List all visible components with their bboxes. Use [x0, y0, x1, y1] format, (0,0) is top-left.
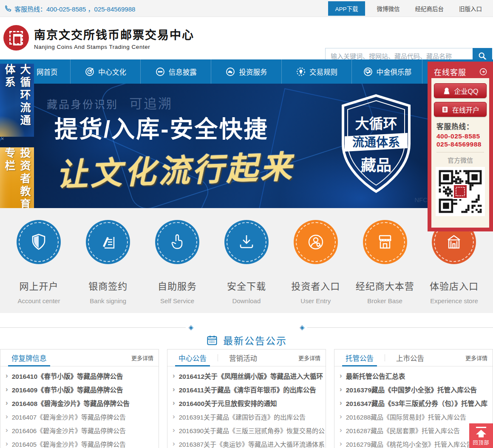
site-logo[interactable]: 南京文交所钱币邮票交易中心 Nanjing Coins And Stamps T…: [3, 25, 194, 51]
quicklink-user-entry[interactable]: 投资者入口 User Entry: [284, 220, 348, 313]
side-banner-circulation[interactable]: 大循环流通体系: [0, 64, 34, 137]
lightbulb-icon: [296, 67, 306, 77]
shield-line2: 流通体系: [352, 136, 400, 149]
announcement-item[interactable]: ›2016409《春节小版》等藏品停牌公告: [0, 383, 159, 396]
hero-calligraphy: 让文化流行起来: [55, 141, 295, 194]
open-account-button-label: 在线开户: [452, 104, 479, 115]
storefront-icon: [363, 220, 407, 264]
download-icon: [224, 220, 269, 264]
top-links: APP下载 微博微信 经纪商后台 旧版入口: [328, 0, 490, 17]
announcement-item[interactable]: ›2016407《碧海金沙片》等藏品停牌公告: [0, 410, 159, 423]
diamond-ornament-icon: ◈: [186, 326, 196, 329]
announcement-item[interactable]: ›2016288藏品《国际贸易封》托管入库公告: [334, 410, 493, 423]
announcement-item[interactable]: ›2016405《碧海金沙片》等藏品停牌公告: [0, 437, 159, 448]
hero-banner[interactable]: 藏品身份识别可追溯 提货/入库-安全快捷 让文化流行起来 NFC NFC电子防伪…: [0, 84, 493, 208]
target-icon: [85, 67, 95, 77]
back-to-top-button[interactable]: 回顶部: [469, 423, 493, 448]
contract-icon: [86, 220, 130, 264]
shield-emblem: 大循环 流通体系 藏品: [338, 92, 414, 196]
panel-center-announcements: 中心公告 营销活动 更多详情 ›2016412关于《凤翔丝绸小版》等藏品进入大循…: [167, 349, 326, 448]
announcement-item[interactable]: ›2016387关于《奥运钞》等藏品进入大循环流通体系: [167, 437, 326, 448]
quicklink-self-service[interactable]: 自助服务 Self Service: [145, 220, 209, 313]
service-phone-2: 025-84569988: [436, 140, 489, 148]
nav-trading-rules-label: 交易规则: [309, 67, 337, 77]
nav-invest-service-label: 投资服务: [239, 67, 267, 77]
user-badge-icon: [294, 220, 338, 264]
nav-home-label: 网首页: [37, 67, 58, 77]
quick-links: 网上开户 Account center 银商签约 Bank signing 自助…: [0, 208, 493, 313]
tab-marketing-activities[interactable]: 营销活动: [218, 349, 268, 366]
handshake-icon: [225, 67, 235, 77]
announcement-item[interactable]: ›最新托管公告汇总表: [334, 369, 493, 383]
quicklink-download[interactable]: 安全下载 Download: [215, 220, 278, 313]
announcements-heading-text: 最新公告公示: [223, 333, 287, 347]
shield-icon: [17, 220, 61, 264]
side-banner-circulation-text: 大循环流通体系: [2, 64, 32, 137]
announcement-item[interactable]: ›2016406《碧海金沙片》等藏品停牌公告: [0, 423, 159, 437]
up-arrow-icon: [469, 427, 493, 437]
hand-pointer-icon: [155, 220, 199, 264]
diamond-ornament-icon: ◈: [297, 326, 307, 329]
collapse-arrow-icon[interactable]: [479, 68, 487, 76]
quicklink-broker-base[interactable]: 经纪商大本营 Broker Base: [353, 220, 417, 313]
online-service-title: 在线客服: [434, 66, 466, 77]
nav-cgs-club-label: 中金俱乐部: [377, 67, 412, 77]
nav-trading-rules[interactable]: 交易规则: [282, 59, 352, 84]
qq-penguin-icon: [442, 87, 451, 95]
calendar-icon: [206, 334, 218, 346]
announcement-item[interactable]: ›2016390关于藏品《三版三冠贰角券》恢复交易的公: [167, 423, 326, 437]
nav-center-culture[interactable]: 中心文化: [71, 59, 141, 84]
nav-invest-service[interactable]: 投资服务: [211, 59, 282, 84]
back-to-top-label: 回顶部: [469, 439, 493, 446]
site-header: 南京文交所钱币邮票交易中心 Nanjing Coins And Stamps T…: [0, 17, 493, 59]
shield-line3: 藏品: [361, 157, 391, 174]
nav-center-culture-label: 中心文化: [98, 67, 126, 77]
announcement-item[interactable]: ›2016408《碧海金沙片》等藏品停牌公告: [0, 396, 159, 410]
more-details-link[interactable]: 更多详情: [298, 354, 326, 362]
logo-title-en: Nanjing Coins And Stamps Trading Center: [34, 44, 194, 50]
tab-listing-announcements[interactable]: 上市公告: [385, 349, 435, 366]
logo-stamp-icon: [3, 25, 29, 51]
announcement-item[interactable]: ›2016400关于元旦放假安排的通知: [167, 396, 326, 410]
qq-button-label: 企业QQ: [454, 86, 479, 96]
top-bar: 客服热线：400-025-8585 ，025-84569988 APP下载 微博…: [0, 0, 493, 17]
announcement-item[interactable]: ›2016410《春节小版》等藏品停牌公告: [0, 369, 159, 383]
tab-center-announcements[interactable]: 中心公告: [167, 349, 218, 366]
open-account-button[interactable]: 在线开户: [434, 102, 487, 117]
toplink-app-download[interactable]: APP下载: [328, 1, 365, 16]
announcement-item[interactable]: ›2016412关于《凤翔丝绸小版》等藏品进入大循环: [167, 369, 326, 383]
quicklink-experience-store[interactable]: 体验店入口 Experience store: [422, 220, 486, 313]
service-phone-1: 400-025-8585: [436, 132, 489, 140]
quicklink-account-center[interactable]: 网上开户 Account center: [7, 220, 71, 313]
announcement-item[interactable]: ›2016411关于藏品《清华百年银币》的出库公告: [167, 383, 326, 396]
shield-line1: 大循环: [355, 116, 397, 132]
nav-info-disclosure[interactable]: 信息披露: [141, 59, 211, 84]
toplink-broker-backend[interactable]: 经纪商后台: [408, 4, 452, 13]
toplink-old-version[interactable]: 旧版入口: [451, 4, 490, 13]
more-details-link[interactable]: 更多详情: [131, 354, 159, 362]
panel-suspension-info: 停复牌信息 更多详情 ›2016410《春节小版》等藏品停牌公告 ›201640…: [0, 349, 159, 448]
nav-cgs-club[interactable]: 中金俱乐部: [352, 59, 422, 84]
hero-title: 提货/入库-安全快捷: [54, 110, 269, 144]
logo-title-cn: 南京文交所钱币邮票交易中心: [34, 26, 194, 42]
page-root: 客服热线：400-025-8585 ，025-84569988 APP下载 微博…: [0, 0, 493, 448]
announcement-item[interactable]: ›2016379藏品《中国梦小全张》托管入库公告: [334, 383, 493, 396]
tab-suspension-info[interactable]: 停复牌信息: [0, 349, 58, 366]
tab-custody-announcements[interactable]: 托管公告: [334, 349, 385, 366]
hero-tagline: 藏品身份识别可追溯: [47, 93, 173, 112]
phone-icon: [4, 5, 11, 12]
quicklink-bank-signing[interactable]: 银商签约 Bank signing: [76, 220, 140, 313]
toplink-weibo-wechat[interactable]: 微博微信: [369, 4, 408, 13]
close-icon[interactable]: ×: [1, 136, 4, 141]
wechat-label: 官方微信: [431, 155, 489, 164]
hotline: 客服热线：400-025-8585 ，025-84569988: [4, 0, 135, 17]
hotline-text: 客服热线：400-025-8585 ，025-84569988: [14, 4, 135, 13]
announcement-item[interactable]: ›2016347藏品《53年三版贰分券（包）》托管入库: [334, 396, 493, 410]
more-details-link[interactable]: 更多详情: [465, 354, 493, 362]
qq-button[interactable]: 企业QQ: [434, 83, 487, 98]
service-hotline-label: 客服热线：: [436, 121, 489, 131]
main-nav: 网首页 中心文化 信息披露 投资服务 交易规则: [0, 59, 493, 84]
section-divider: ◈ ◈: [0, 326, 493, 329]
announcement-item[interactable]: ›2016391关于藏品《建国钞百连》的出库公告: [167, 410, 326, 423]
document-icon: [441, 106, 449, 113]
